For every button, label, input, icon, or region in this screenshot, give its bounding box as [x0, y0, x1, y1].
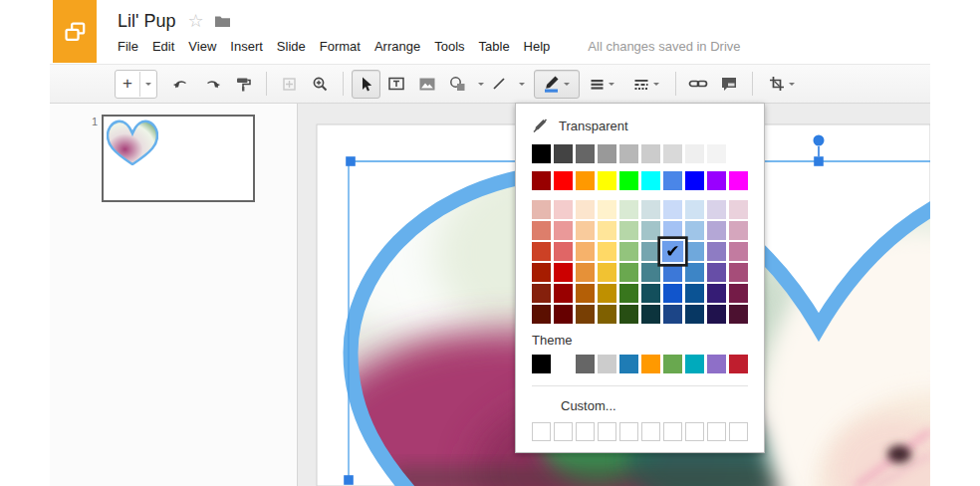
- color-swatch[interactable]: [619, 284, 638, 303]
- color-swatch[interactable]: [576, 144, 595, 163]
- color-swatch[interactable]: [729, 144, 748, 163]
- line-weight-dropdown[interactable]: [609, 83, 614, 89]
- custom-color-slot[interactable]: [619, 422, 638, 441]
- color-swatch[interactable]: [663, 171, 682, 190]
- zoom-button[interactable]: [306, 70, 335, 99]
- custom-color-option[interactable]: Custom...: [561, 398, 764, 413]
- text-box-button[interactable]: [382, 70, 411, 99]
- line-weight-button[interactable]: [582, 70, 623, 99]
- color-swatch[interactable]: [663, 200, 682, 219]
- color-swatch[interactable]: [576, 200, 595, 219]
- new-slide-button[interactable]: +: [115, 70, 157, 99]
- color-swatch[interactable]: [663, 305, 682, 324]
- color-swatch[interactable]: [554, 284, 573, 303]
- crop-dropdown[interactable]: [789, 83, 795, 89]
- color-swatch[interactable]: [532, 284, 551, 303]
- color-swatch[interactable]: [685, 144, 704, 163]
- slide-thumbnail[interactable]: [102, 115, 255, 202]
- color-swatch[interactable]: [685, 355, 704, 373]
- color-swatch[interactable]: [729, 305, 748, 324]
- color-swatch[interactable]: [707, 284, 726, 303]
- star-icon[interactable]: ☆: [187, 12, 203, 30]
- color-swatch[interactable]: [619, 200, 638, 219]
- insert-line-button[interactable]: [485, 70, 514, 99]
- color-swatch[interactable]: [641, 355, 660, 373]
- color-swatch[interactable]: [641, 221, 660, 240]
- custom-color-slot[interactable]: [598, 422, 616, 441]
- color-swatch[interactable]: [641, 242, 660, 261]
- color-swatch[interactable]: [729, 171, 748, 190]
- select-tool-button[interactable]: [352, 70, 380, 99]
- menu-slide[interactable]: Slide: [277, 39, 306, 54]
- crop-image-button[interactable]: [761, 70, 803, 99]
- menu-help[interactable]: Help: [524, 39, 551, 54]
- color-swatch[interactable]: [663, 221, 682, 240]
- color-swatch[interactable]: [729, 221, 748, 240]
- color-swatch[interactable]: [729, 200, 748, 219]
- color-swatch[interactable]: [532, 263, 551, 282]
- color-swatch[interactable]: [619, 221, 638, 240]
- menu-edit[interactable]: Edit: [152, 39, 174, 54]
- menu-tools[interactable]: Tools: [434, 39, 464, 54]
- color-swatch[interactable]: [729, 263, 748, 282]
- color-swatch[interactable]: [532, 242, 551, 261]
- folder-icon[interactable]: [214, 14, 231, 28]
- shape-dropdown[interactable]: [478, 83, 484, 89]
- slides-logo[interactable]: [53, 0, 97, 63]
- color-swatch[interactable]: [641, 200, 660, 219]
- custom-color-slot[interactable]: [707, 422, 726, 441]
- custom-color-slot[interactable]: [729, 422, 748, 441]
- rotation-handle[interactable]: [814, 135, 825, 146]
- color-swatch[interactable]: [663, 284, 682, 303]
- color-swatch[interactable]: [641, 144, 660, 163]
- document-title[interactable]: Lil' Pup: [118, 11, 175, 32]
- color-swatch[interactable]: [707, 263, 726, 282]
- new-slide-dropdown[interactable]: [140, 72, 156, 97]
- custom-color-slot[interactable]: [554, 422, 573, 441]
- color-swatch[interactable]: [707, 221, 726, 240]
- color-swatch[interactable]: [554, 263, 573, 282]
- color-swatch[interactable]: [619, 355, 638, 373]
- color-swatch[interactable]: [576, 242, 595, 261]
- color-swatch[interactable]: [598, 171, 616, 190]
- color-swatch[interactable]: [663, 144, 682, 163]
- color-swatch[interactable]: [685, 242, 704, 261]
- color-swatch[interactable]: [707, 144, 726, 163]
- color-swatch[interactable]: [619, 263, 638, 282]
- line-dash-button[interactable]: [625, 70, 667, 99]
- color-swatch[interactable]: [729, 355, 748, 373]
- color-swatch[interactable]: [554, 144, 573, 163]
- color-swatch[interactable]: [598, 144, 616, 163]
- custom-color-slot[interactable]: [576, 422, 595, 441]
- color-swatch[interactable]: [532, 221, 551, 240]
- color-swatch[interactable]: [598, 284, 616, 303]
- color-swatch[interactable]: [707, 171, 726, 190]
- color-swatch[interactable]: [576, 305, 595, 324]
- color-swatch[interactable]: [576, 355, 595, 373]
- color-swatch[interactable]: [707, 242, 726, 261]
- color-swatch[interactable]: [576, 221, 595, 240]
- line-dropdown[interactable]: [519, 83, 525, 89]
- paint-format-button[interactable]: [229, 70, 258, 99]
- line-color-dropdown[interactable]: [564, 83, 570, 89]
- fit-zoom-button[interactable]: [275, 70, 304, 99]
- color-swatch[interactable]: [619, 171, 638, 190]
- color-swatch[interactable]: [619, 305, 638, 324]
- color-swatch[interactable]: [685, 221, 704, 240]
- color-swatch[interactable]: [554, 305, 573, 324]
- selection-handle-left-middle[interactable]: [344, 475, 354, 485]
- color-swatch[interactable]: [619, 144, 638, 163]
- custom-color-slot[interactable]: [641, 422, 660, 441]
- color-swatch[interactable]: [663, 355, 682, 373]
- color-swatch[interactable]: [663, 263, 682, 282]
- color-swatch[interactable]: [554, 355, 573, 373]
- color-swatch[interactable]: [598, 221, 616, 240]
- color-swatch[interactable]: [619, 242, 638, 261]
- line-dash-dropdown[interactable]: [653, 83, 659, 89]
- color-swatch[interactable]: [707, 305, 726, 324]
- color-swatch[interactable]: [685, 263, 704, 282]
- menu-file[interactable]: File: [118, 39, 138, 54]
- color-swatch[interactable]: [598, 242, 616, 261]
- color-swatch[interactable]: [576, 263, 595, 282]
- color-swatch[interactable]: [685, 305, 704, 324]
